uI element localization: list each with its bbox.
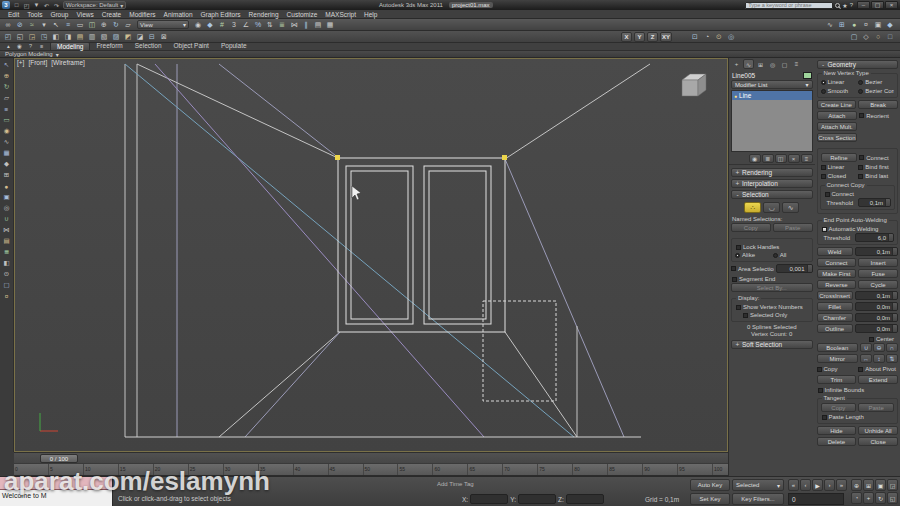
go-to-end-icon[interactable]: » xyxy=(836,479,847,491)
new-scene-icon[interactable]: □ xyxy=(12,2,21,9)
closed-checkbox[interactable]: Closed xyxy=(821,172,857,180)
boolean-union-icon[interactable]: ∪ xyxy=(860,343,872,352)
menu-item-rendering[interactable]: Rendering xyxy=(245,11,283,18)
toolbar2-icon[interactable]: ▤ xyxy=(74,31,86,42)
object-color-swatch[interactable] xyxy=(803,72,812,79)
left-toolbar-icon[interactable]: ▭ xyxy=(1,115,12,125)
tangent-copy-button[interactable]: Copy xyxy=(821,403,857,412)
ribbon-tab-object-paint[interactable]: Object Paint xyxy=(168,42,215,50)
cycle-button[interactable]: Cycle xyxy=(858,280,898,289)
ribbon-min-icon[interactable]: ▴ xyxy=(4,42,13,50)
zoom-extents-all-icon[interactable]: ◲ xyxy=(887,479,898,491)
left-toolbar-icon[interactable]: ↻ xyxy=(1,82,12,92)
ribbon-help-icon[interactable]: ? xyxy=(26,42,35,50)
menu-item-animation[interactable]: Animation xyxy=(160,11,197,18)
zoom-icon[interactable]: ⊕ xyxy=(851,479,862,491)
unhide-all-button[interactable]: Unhide All xyxy=(858,426,898,435)
toolbar2-icon[interactable]: ▧ xyxy=(98,31,110,42)
outline-button[interactable]: Outline xyxy=(817,324,853,333)
toolbar2-icon[interactable]: ▢ xyxy=(848,31,860,42)
bind-last-checkbox[interactable]: Bind last xyxy=(858,172,894,180)
menu-item-modifiers[interactable]: Modifiers xyxy=(125,11,159,18)
select-and-link-icon[interactable]: ∞ xyxy=(2,19,14,30)
ribbon-tab-selection[interactable]: Selection xyxy=(129,42,168,50)
menu-item-tools[interactable]: Tools xyxy=(23,11,46,18)
left-toolbar-icon[interactable]: ↖ xyxy=(1,60,12,70)
left-toolbar-icon[interactable]: ● xyxy=(1,181,12,191)
ribbon-tab-modeling[interactable]: Modeling xyxy=(50,42,90,50)
use-pivot-point-icon[interactable]: ◉ xyxy=(192,19,204,30)
select-by-name-icon[interactable]: ≡ xyxy=(62,19,74,30)
left-toolbar-icon[interactable]: ▣ xyxy=(1,192,12,202)
select-and-move-icon[interactable]: ⊕ xyxy=(98,19,110,30)
motion-tab-icon[interactable]: ◎ xyxy=(767,59,778,69)
left-toolbar-icon[interactable]: ◆ xyxy=(1,159,12,169)
rollout-selection[interactable]: - Selection xyxy=(731,190,813,199)
menu-item-group[interactable]: Group xyxy=(46,11,72,18)
save-file-icon[interactable]: ▼ xyxy=(32,2,41,9)
alike-radio[interactable]: Alike xyxy=(735,251,771,259)
bezier-corner-vertex-radio[interactable]: Bezier Corner xyxy=(858,87,894,95)
chamfer-spinner[interactable]: 0,0m xyxy=(855,313,898,322)
segment-end-checkbox[interactable]: Segment End xyxy=(729,275,815,283)
all-radio[interactable]: All xyxy=(773,251,809,259)
snaps-toggle-icon[interactable]: 3 xyxy=(228,19,240,30)
vertex-subobject-icon[interactable]: ∴ xyxy=(744,202,761,213)
y-coordinate-field[interactable] xyxy=(518,494,556,504)
left-toolbar-icon[interactable]: ◎ xyxy=(1,203,12,213)
stack-item-line[interactable]: ● Line xyxy=(732,91,812,100)
toolbar2-icon[interactable]: ◩ xyxy=(122,31,134,42)
toolbar2-icon[interactable]: ◨ xyxy=(62,31,74,42)
create-line-button[interactable]: Create Line xyxy=(817,100,857,109)
menu-item-create[interactable]: Create xyxy=(98,11,126,18)
show-end-result-icon[interactable]: ≣ xyxy=(762,154,774,163)
boolean-intersect-icon[interactable]: ∩ xyxy=(886,343,898,352)
ribbon-tab-populate[interactable]: Populate xyxy=(215,42,253,50)
help-icon[interactable]: ? xyxy=(850,2,853,8)
display-tab-icon[interactable]: ▢ xyxy=(779,59,790,69)
left-toolbar-icon[interactable]: ⋈ xyxy=(1,225,12,235)
maximize-button[interactable]: ▢ xyxy=(871,1,884,9)
show-vertex-numbers-checkbox[interactable]: Show Vertex Numbers xyxy=(733,303,811,311)
center-checkbox[interactable]: Center xyxy=(815,335,900,343)
viewport-menu-shading[interactable]: [Wireframe] xyxy=(51,59,85,66)
play-animation-icon[interactable]: ▶ xyxy=(812,479,823,491)
lock-handles-checkbox[interactable]: Lock Handles xyxy=(733,243,811,251)
tangent-paste-button[interactable]: Paste xyxy=(858,403,894,412)
zoom-extents-icon[interactable]: ▣ xyxy=(875,479,886,491)
weld-value-spinner[interactable]: 0,1m xyxy=(855,247,898,256)
close-button-geo[interactable]: Close xyxy=(858,437,898,446)
make-unique-icon[interactable]: ◫ xyxy=(775,154,787,163)
menu-item-graph-editors[interactable]: Graph Editors xyxy=(197,11,245,18)
modifier-stack[interactable]: ● Line xyxy=(731,90,813,152)
menu-item-help[interactable]: Help xyxy=(360,11,381,18)
window-crossing-toggle-icon[interactable]: ◫ xyxy=(86,19,98,30)
mirror-both-icon[interactable]: ⇅ xyxy=(886,354,898,363)
refine-button[interactable]: Refine xyxy=(821,153,858,162)
visibility-icon[interactable]: ● xyxy=(734,93,737,99)
menu-item-edit[interactable]: Edit xyxy=(4,11,23,18)
menu-item-maxscript[interactable]: MAXScript xyxy=(321,11,360,18)
toolbar2-icon[interactable]: ⊡ xyxy=(689,31,701,42)
create-tab-icon[interactable]: + xyxy=(731,59,742,69)
configure-modifier-sets-icon[interactable]: ≡ xyxy=(801,154,813,163)
toolbar2-icon[interactable]: ○ xyxy=(872,31,884,42)
undo-icon[interactable]: ↶ xyxy=(42,2,51,9)
toolbar2-icon[interactable]: ◲ xyxy=(26,31,38,42)
pin-stack-icon[interactable]: ◉ xyxy=(749,154,761,163)
schematic-view-icon[interactable]: ⊞ xyxy=(836,19,848,30)
toolbar2-icon[interactable]: ◱ xyxy=(14,31,26,42)
curve-editor-icon[interactable]: ∿ xyxy=(824,19,836,30)
infinite-bounds-checkbox[interactable]: Infinite Bounds xyxy=(815,386,900,394)
zoom-all-icon[interactable]: ⊞ xyxy=(863,479,874,491)
reorient-checkbox[interactable]: Reorient xyxy=(859,112,898,120)
add-time-tag[interactable]: Add Time Tag xyxy=(437,481,474,487)
ribbon-pin-icon[interactable]: ◉ xyxy=(15,42,24,50)
spline-subobject-icon[interactable]: ∿ xyxy=(782,202,799,213)
left-toolbar-icon[interactable]: ≣ xyxy=(1,247,12,257)
viewport-menu-general[interactable]: [+] xyxy=(17,59,24,66)
orbit-view-icon[interactable]: ↻ xyxy=(875,492,886,504)
attach-button[interactable]: Attach xyxy=(817,111,858,120)
outline-spinner[interactable]: 0,0m xyxy=(855,324,898,333)
cross-insert-button[interactable]: CrossInsert xyxy=(817,291,853,300)
